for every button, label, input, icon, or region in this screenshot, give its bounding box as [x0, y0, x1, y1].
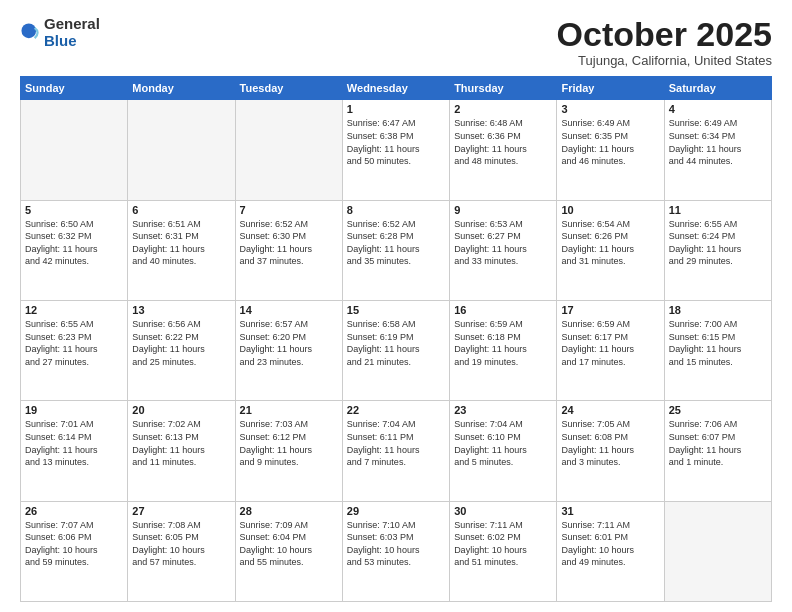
day-info: Sunrise: 6:47 AMSunset: 6:38 PMDaylight:… — [347, 117, 445, 167]
day-cell: 9Sunrise: 6:53 AMSunset: 6:27 PMDaylight… — [450, 200, 557, 300]
weekday-header-friday: Friday — [557, 77, 664, 100]
day-info: Sunrise: 6:49 AMSunset: 6:34 PMDaylight:… — [669, 117, 767, 167]
day-number: 16 — [454, 304, 552, 316]
day-info: Sunrise: 7:07 AMSunset: 6:06 PMDaylight:… — [25, 519, 123, 569]
day-info: Sunrise: 6:54 AMSunset: 6:26 PMDaylight:… — [561, 218, 659, 268]
week-row-5: 26Sunrise: 7:07 AMSunset: 6:06 PMDayligh… — [21, 501, 772, 601]
day-cell: 30Sunrise: 7:11 AMSunset: 6:02 PMDayligh… — [450, 501, 557, 601]
day-info: Sunrise: 6:49 AMSunset: 6:35 PMDaylight:… — [561, 117, 659, 167]
logo-blue: Blue — [44, 33, 100, 50]
day-info: Sunrise: 6:51 AMSunset: 6:31 PMDaylight:… — [132, 218, 230, 268]
week-row-2: 5Sunrise: 6:50 AMSunset: 6:32 PMDaylight… — [21, 200, 772, 300]
day-cell: 11Sunrise: 6:55 AMSunset: 6:24 PMDayligh… — [664, 200, 771, 300]
day-cell — [21, 100, 128, 200]
day-info: Sunrise: 7:10 AMSunset: 6:03 PMDaylight:… — [347, 519, 445, 569]
day-info: Sunrise: 6:56 AMSunset: 6:22 PMDaylight:… — [132, 318, 230, 368]
day-number: 24 — [561, 404, 659, 416]
day-info: Sunrise: 6:50 AMSunset: 6:32 PMDaylight:… — [25, 218, 123, 268]
day-info: Sunrise: 6:58 AMSunset: 6:19 PMDaylight:… — [347, 318, 445, 368]
day-cell: 29Sunrise: 7:10 AMSunset: 6:03 PMDayligh… — [342, 501, 449, 601]
logo: General Blue — [20, 16, 100, 49]
day-cell: 21Sunrise: 7:03 AMSunset: 6:12 PMDayligh… — [235, 401, 342, 501]
day-number: 28 — [240, 505, 338, 517]
day-number: 1 — [347, 103, 445, 115]
day-cell: 8Sunrise: 6:52 AMSunset: 6:28 PMDaylight… — [342, 200, 449, 300]
day-info: Sunrise: 6:57 AMSunset: 6:20 PMDaylight:… — [240, 318, 338, 368]
day-info: Sunrise: 7:06 AMSunset: 6:07 PMDaylight:… — [669, 418, 767, 468]
day-info: Sunrise: 6:53 AMSunset: 6:27 PMDaylight:… — [454, 218, 552, 268]
day-info: Sunrise: 7:11 AMSunset: 6:02 PMDaylight:… — [454, 519, 552, 569]
day-number: 23 — [454, 404, 552, 416]
week-row-3: 12Sunrise: 6:55 AMSunset: 6:23 PMDayligh… — [21, 301, 772, 401]
day-info: Sunrise: 7:11 AMSunset: 6:01 PMDaylight:… — [561, 519, 659, 569]
logo-icon — [20, 22, 42, 44]
week-row-1: 1Sunrise: 6:47 AMSunset: 6:38 PMDaylight… — [21, 100, 772, 200]
header: General Blue October 2025 Tujunga, Calif… — [20, 16, 772, 68]
day-number: 7 — [240, 204, 338, 216]
day-cell: 2Sunrise: 6:48 AMSunset: 6:36 PMDaylight… — [450, 100, 557, 200]
day-cell: 31Sunrise: 7:11 AMSunset: 6:01 PMDayligh… — [557, 501, 664, 601]
weekday-header-saturday: Saturday — [664, 77, 771, 100]
day-number: 10 — [561, 204, 659, 216]
day-number: 18 — [669, 304, 767, 316]
weekday-header-sunday: Sunday — [21, 77, 128, 100]
day-cell: 3Sunrise: 6:49 AMSunset: 6:35 PMDaylight… — [557, 100, 664, 200]
day-number: 21 — [240, 404, 338, 416]
day-number: 31 — [561, 505, 659, 517]
day-number: 11 — [669, 204, 767, 216]
weekday-header-monday: Monday — [128, 77, 235, 100]
day-info: Sunrise: 6:59 AMSunset: 6:17 PMDaylight:… — [561, 318, 659, 368]
day-number: 13 — [132, 304, 230, 316]
day-cell: 24Sunrise: 7:05 AMSunset: 6:08 PMDayligh… — [557, 401, 664, 501]
day-info: Sunrise: 7:04 AMSunset: 6:10 PMDaylight:… — [454, 418, 552, 468]
day-number: 14 — [240, 304, 338, 316]
calendar-table: SundayMondayTuesdayWednesdayThursdayFrid… — [20, 76, 772, 602]
day-number: 4 — [669, 103, 767, 115]
day-cell: 25Sunrise: 7:06 AMSunset: 6:07 PMDayligh… — [664, 401, 771, 501]
day-number: 17 — [561, 304, 659, 316]
day-number: 2 — [454, 103, 552, 115]
day-number: 25 — [669, 404, 767, 416]
week-row-4: 19Sunrise: 7:01 AMSunset: 6:14 PMDayligh… — [21, 401, 772, 501]
day-cell: 23Sunrise: 7:04 AMSunset: 6:10 PMDayligh… — [450, 401, 557, 501]
day-cell — [128, 100, 235, 200]
day-cell: 27Sunrise: 7:08 AMSunset: 6:05 PMDayligh… — [128, 501, 235, 601]
day-cell: 10Sunrise: 6:54 AMSunset: 6:26 PMDayligh… — [557, 200, 664, 300]
day-cell: 19Sunrise: 7:01 AMSunset: 6:14 PMDayligh… — [21, 401, 128, 501]
day-info: Sunrise: 7:01 AMSunset: 6:14 PMDaylight:… — [25, 418, 123, 468]
day-cell: 28Sunrise: 7:09 AMSunset: 6:04 PMDayligh… — [235, 501, 342, 601]
day-cell: 12Sunrise: 6:55 AMSunset: 6:23 PMDayligh… — [21, 301, 128, 401]
logo-text: General Blue — [44, 16, 100, 49]
day-info: Sunrise: 7:02 AMSunset: 6:13 PMDaylight:… — [132, 418, 230, 468]
day-cell: 20Sunrise: 7:02 AMSunset: 6:13 PMDayligh… — [128, 401, 235, 501]
day-cell — [664, 501, 771, 601]
day-info: Sunrise: 6:48 AMSunset: 6:36 PMDaylight:… — [454, 117, 552, 167]
day-cell: 17Sunrise: 6:59 AMSunset: 6:17 PMDayligh… — [557, 301, 664, 401]
svg-point-0 — [21, 23, 36, 38]
day-cell: 15Sunrise: 6:58 AMSunset: 6:19 PMDayligh… — [342, 301, 449, 401]
day-info: Sunrise: 6:59 AMSunset: 6:18 PMDaylight:… — [454, 318, 552, 368]
day-info: Sunrise: 7:09 AMSunset: 6:04 PMDaylight:… — [240, 519, 338, 569]
day-number: 9 — [454, 204, 552, 216]
weekday-header-row: SundayMondayTuesdayWednesdayThursdayFrid… — [21, 77, 772, 100]
day-number: 20 — [132, 404, 230, 416]
day-cell: 26Sunrise: 7:07 AMSunset: 6:06 PMDayligh… — [21, 501, 128, 601]
month-title: October 2025 — [557, 16, 772, 53]
day-info: Sunrise: 7:05 AMSunset: 6:08 PMDaylight:… — [561, 418, 659, 468]
day-number: 15 — [347, 304, 445, 316]
day-number: 6 — [132, 204, 230, 216]
day-number: 3 — [561, 103, 659, 115]
day-number: 5 — [25, 204, 123, 216]
day-number: 8 — [347, 204, 445, 216]
day-number: 19 — [25, 404, 123, 416]
day-info: Sunrise: 7:04 AMSunset: 6:11 PMDaylight:… — [347, 418, 445, 468]
location: Tujunga, California, United States — [557, 53, 772, 68]
day-cell: 7Sunrise: 6:52 AMSunset: 6:30 PMDaylight… — [235, 200, 342, 300]
day-cell: 14Sunrise: 6:57 AMSunset: 6:20 PMDayligh… — [235, 301, 342, 401]
day-info: Sunrise: 6:52 AMSunset: 6:28 PMDaylight:… — [347, 218, 445, 268]
title-block: October 2025 Tujunga, California, United… — [557, 16, 772, 68]
day-info: Sunrise: 7:03 AMSunset: 6:12 PMDaylight:… — [240, 418, 338, 468]
day-cell — [235, 100, 342, 200]
day-cell: 18Sunrise: 7:00 AMSunset: 6:15 PMDayligh… — [664, 301, 771, 401]
day-cell: 13Sunrise: 6:56 AMSunset: 6:22 PMDayligh… — [128, 301, 235, 401]
